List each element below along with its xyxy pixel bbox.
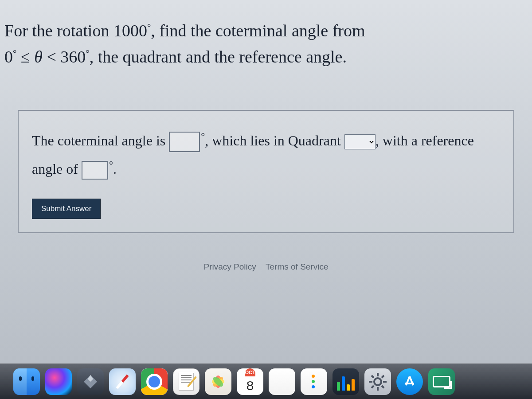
range-high: 360	[60, 47, 86, 66]
calendar-day: 8	[246, 376, 254, 395]
safari-icon[interactable]	[109, 368, 136, 395]
answer-seg1: The coterminal angle is	[32, 133, 169, 149]
svg-point-4	[374, 378, 381, 385]
terms-of-service-link[interactable]: Terms of Service	[266, 262, 328, 271]
answer-sentence: The coterminal angle is °, which lies in…	[32, 126, 500, 183]
reference-angle-input[interactable]	[82, 161, 108, 180]
launchpad-icon[interactable]	[77, 368, 104, 395]
submit-button[interactable]: Submit Answer	[32, 199, 101, 219]
footer-links: Privacy Policy Terms of Service	[4, 262, 528, 272]
degree-symbol: °	[13, 48, 16, 59]
chrome-icon[interactable]	[141, 368, 168, 395]
degree-symbol: °	[147, 22, 151, 32]
leq-symbol: ≤	[21, 47, 30, 66]
reminders-icon[interactable]	[301, 368, 327, 395]
degree-symbol: °	[109, 160, 113, 171]
numbers-icon[interactable]	[332, 368, 359, 395]
answer-box: The coterminal angle is °, which lies in…	[18, 110, 514, 233]
quadrant-select[interactable]	[344, 134, 376, 149]
svg-line-11	[372, 386, 374, 388]
question-seg2: , find the coterminal angle from	[151, 21, 365, 40]
rotation-value: 1000	[113, 21, 147, 40]
answer-seg2: , which lies in Quadrant	[205, 133, 344, 149]
svg-line-12	[382, 376, 384, 378]
degree-symbol: °	[86, 48, 89, 59]
svg-line-10	[382, 386, 384, 388]
theta-symbol: θ	[34, 47, 43, 66]
textedit-icon[interactable]	[173, 368, 200, 395]
question-seg3: , the quadrant and the reference angle.	[90, 47, 347, 66]
system-preferences-icon[interactable]	[364, 368, 391, 395]
app-store-icon[interactable]	[396, 368, 423, 395]
degree-symbol: °	[201, 131, 205, 142]
siri-icon[interactable]	[45, 368, 72, 395]
coterminal-angle-input[interactable]	[169, 132, 200, 152]
question-seg1: For the rotation	[4, 21, 113, 40]
lt-symbol: <	[47, 47, 56, 66]
notes-icon[interactable]	[269, 368, 295, 395]
question-text: For the rotation 1000°, find the cotermi…	[4, 18, 528, 70]
privacy-policy-link[interactable]: Privacy Policy	[203, 262, 256, 271]
page-content: For the rotation 1000°, find the cotermi…	[0, 0, 532, 364]
macos-dock: OCT 8	[0, 364, 532, 399]
finder-icon[interactable]	[13, 368, 40, 395]
calendar-month: OCT	[245, 368, 255, 376]
svg-line-9	[372, 376, 374, 378]
screenshot-icon[interactable]	[428, 368, 455, 395]
answer-seg4: .	[113, 161, 117, 177]
calendar-icon[interactable]: OCT 8	[237, 368, 263, 395]
range-low: 0	[4, 47, 13, 66]
photos-icon[interactable]	[205, 368, 231, 395]
